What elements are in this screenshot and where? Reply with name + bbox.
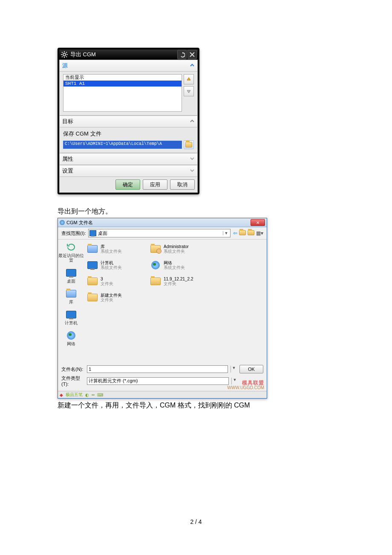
ime-indicator-icon: ◆: [60, 393, 63, 397]
file-dialog-titlebar: CGM 文件名 ✕: [58, 218, 267, 227]
save-cgm-label: 保存 CGM 文件: [63, 130, 194, 138]
file-item-icon: [150, 278, 161, 285]
file-item-name: 新建文件夹: [101, 293, 122, 298]
file-item-name: Administrator: [164, 244, 189, 249]
view-menu-icon[interactable]: ▦▾: [256, 230, 263, 237]
cancel-button[interactable]: 取消: [170, 179, 195, 190]
filename-label: 文件名(N):: [61, 366, 84, 373]
file-item[interactable]: Administrator系统文件夹: [149, 241, 210, 257]
export-cgm-dialog: 导出 CGM 源 当前显示 SHT1 A1: [58, 48, 199, 194]
ime-keyboard-icon[interactable]: ⌨: [97, 393, 103, 397]
new-folder-icon[interactable]: [248, 230, 254, 237]
source-list-item[interactable]: 当前显示: [63, 75, 182, 81]
svg-line-5: [62, 52, 63, 53]
section-properties-title: 属性: [62, 155, 73, 163]
up-folder-icon[interactable]: [239, 230, 246, 237]
file-dialog-title: CGM 文件名: [66, 220, 251, 226]
dropdown-icon[interactable]: ▼: [223, 231, 229, 235]
file-item-name: 库: [101, 244, 122, 249]
file-list[interactable]: 库系统文件夹Administrator系统文件夹计算机系统文件夹网络系统文件夹3…: [84, 240, 267, 363]
source-list-item-selected[interactable]: SHT1 A1: [63, 81, 182, 87]
file-item-icon: [87, 278, 98, 285]
places-bar: 最近访问的位置 桌面 库 计算机 网络: [58, 240, 84, 363]
section-properties-header[interactable]: 属性: [59, 153, 198, 165]
section-source-header[interactable]: 源: [59, 60, 198, 72]
look-in-label: 查找范围(I):: [61, 230, 86, 237]
look-in-combo[interactable]: 桌面 ▼: [88, 229, 231, 237]
chevron-up-icon: [190, 118, 195, 125]
file-item-icon: [150, 245, 161, 253]
place-computer[interactable]: 计算机: [65, 309, 78, 325]
svg-line-6: [66, 56, 67, 57]
place-desktop[interactable]: 桌面: [65, 268, 77, 283]
close-icon[interactable]: [187, 50, 197, 59]
place-recent[interactable]: 最近访问的位置: [58, 242, 84, 263]
chevron-down-icon: [190, 168, 195, 174]
file-item-icon: [87, 245, 98, 253]
caption-1: 导出到一个地方。: [58, 207, 334, 216]
svg-line-8: [62, 56, 63, 57]
file-item[interactable]: 网络系统文件夹: [149, 257, 210, 273]
file-item-sub: 文件夹: [101, 281, 113, 286]
chevron-up-icon: [190, 62, 195, 69]
dialog-button-bar: 确定 应用 取消: [59, 177, 198, 193]
filetype-label: 文件类型(T):: [61, 375, 84, 387]
file-item-icon: [150, 261, 161, 269]
filename-history-dropdown[interactable]: ▼: [231, 366, 237, 373]
browse-button[interactable]: [184, 140, 194, 149]
recent-icon: [65, 242, 77, 252]
filename-input[interactable]: 1: [87, 365, 228, 373]
back-icon[interactable]: ⇦: [233, 230, 237, 237]
undo-icon[interactable]: [177, 50, 187, 59]
section-settings-header[interactable]: 设置: [59, 165, 198, 177]
source-list[interactable]: 当前显示 SHT1 A1: [63, 74, 182, 112]
apply-button[interactable]: 应用: [143, 179, 167, 190]
section-target-header[interactable]: 目标: [59, 116, 198, 127]
file-item-icon: [87, 294, 98, 301]
file-item-sub: 系统文件夹: [164, 265, 185, 270]
file-item[interactable]: 库系统文件夹: [86, 241, 147, 257]
ime-bar: ◆ 极品五笔 ◐ •• ⌨: [58, 391, 267, 398]
file-item-name: 11.9_12.21_2.2: [164, 277, 193, 281]
file-item[interactable]: 新建文件夹文件夹: [86, 290, 147, 305]
folder-icon: [185, 142, 192, 147]
ime-half-icon[interactable]: ◐: [85, 393, 89, 397]
file-item-sub: 系统文件夹: [101, 265, 122, 270]
file-item-name: 计算机: [101, 260, 122, 265]
svg-point-0: [63, 53, 66, 56]
export-dialog-titlebar: 导出 CGM: [59, 49, 198, 60]
file-item[interactable]: 计算机系统文件夹: [86, 257, 147, 273]
file-item-icon: [87, 261, 98, 269]
network-icon: [67, 331, 75, 340]
move-down-button[interactable]: [184, 86, 194, 96]
place-network[interactable]: 网络: [65, 330, 77, 346]
desktop-icon: [66, 269, 76, 277]
move-up-button[interactable]: [184, 74, 194, 84]
app-icon: [60, 220, 65, 225]
place-library[interactable]: 库: [65, 289, 77, 304]
file-item[interactable]: 3文件夹: [86, 274, 147, 289]
file-item-name: 3: [101, 277, 113, 281]
file-save-dialog: CGM 文件名 ✕ 查找范围(I): 桌面 ▼ ⇦ ▦▾: [58, 218, 267, 399]
section-target-title: 目标: [62, 118, 73, 125]
gear-icon: [61, 51, 68, 58]
close-button[interactable]: ✕: [251, 219, 265, 226]
section-settings-title: 设置: [62, 167, 73, 175]
file-dialog-toolbar: 查找范围(I): 桌面 ▼ ⇦ ▦▾: [58, 227, 267, 240]
file-item[interactable]: 11.9_12.21_2.2文件夹: [149, 274, 210, 289]
filetype-combo[interactable]: 计算机图元文件 (*.cgm): [87, 377, 229, 385]
section-target-body: 保存 CGM 文件 C:\Users\ADMINI~1\AppData\Loca…: [59, 127, 198, 153]
caption-2: 新建一个文件，再用，文件导入，CGM 格式，找到刚刚的 CGM: [58, 401, 334, 410]
section-source-body: 当前显示 SHT1 A1: [59, 72, 198, 116]
file-item-sub: 系统文件夹: [101, 249, 122, 254]
ime-punct-icon[interactable]: ••: [92, 393, 95, 397]
file-dialog-bottom: 文件名(N): 1 ▼ OK 文件类型(T): 计算机图元文件 (*.cgm) …: [58, 363, 267, 391]
section-source-title: 源: [62, 62, 68, 69]
desktop-icon: [89, 230, 96, 236]
look-in-value: 桌面: [98, 230, 221, 237]
ok-button[interactable]: 确定: [115, 179, 140, 190]
ok-button[interactable]: OK: [239, 365, 263, 373]
svg-line-7: [66, 52, 67, 53]
save-path-input[interactable]: C:\Users\ADMINI~1\AppData\Local\Temp\A: [63, 141, 182, 149]
file-item-sub: 文件夹: [101, 298, 122, 302]
